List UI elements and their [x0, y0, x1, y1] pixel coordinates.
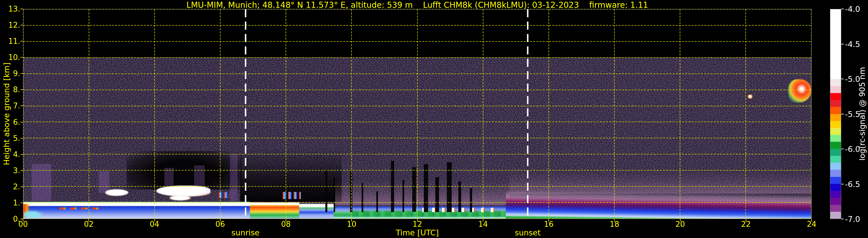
- x-tick-mark-6: [220, 219, 220, 221]
- x-tick-mark-12: [417, 219, 418, 221]
- colorbar-segment-17: [830, 128, 841, 135]
- y-tick-label-7: 7.: [13, 101, 20, 110]
- feature-fog-bank: [250, 202, 299, 219]
- colorbar-tick-label--4.0: -4.0: [845, 5, 860, 13]
- x-tick-mark-18: [614, 219, 615, 221]
- feature-virga-column-1: [32, 164, 51, 201]
- feature-evening-stratified-layers: [506, 190, 812, 219]
- y-tick-mark-8: [21, 89, 23, 90]
- gridline-x-24: [811, 9, 812, 219]
- x-tick-mark-16: [549, 219, 549, 221]
- colorbar-segment-28: [830, 205, 841, 212]
- colorbar-segment-23: [830, 170, 841, 177]
- colorbar-tick-mark--4.5: [841, 44, 844, 44]
- colorbar-segment-26: [830, 191, 841, 198]
- colorbar-segment-18: [830, 135, 841, 142]
- colorbar-tick-mark--6.5: [841, 184, 844, 184]
- feature-virga-column-2: [99, 171, 109, 193]
- ceilometer-quicklook-page: LMU-MIM, Munich; 48.148° N 11.573° E, al…: [0, 0, 868, 238]
- feature-dropout-column-8: [412, 167, 416, 212]
- colorbar-tick-mark--7.0: [841, 219, 844, 219]
- x-tick-mark-24: [811, 219, 812, 221]
- x-tick-mark-20: [680, 219, 681, 221]
- feature-dropout-column-10: [435, 177, 439, 212]
- gridline-x-22: [745, 9, 746, 219]
- y-tick-mark-5: [21, 138, 23, 139]
- gridline-x-8: [286, 9, 286, 219]
- colorbar-segment-25: [830, 184, 841, 191]
- colorbar-segment-1: [830, 16, 841, 23]
- colorbar-segment-19: [830, 142, 841, 149]
- colorbar-title: log(rc-signal) @ 905 nm: [858, 67, 867, 161]
- colorbar: [830, 9, 841, 219]
- colorbar-tick-mark--5.0: [841, 79, 844, 79]
- colorbar-segment-27: [830, 198, 841, 205]
- feature-dropout-column-13: [470, 188, 472, 212]
- feature-colorful-streaks-0800: [283, 192, 301, 199]
- y-tick-label-6: 6.: [13, 118, 20, 126]
- y-tick-mark-12: [21, 25, 23, 25]
- plot-area: [23, 9, 812, 219]
- colorbar-tick-label--4.5: -4.5: [845, 39, 860, 49]
- gridline-x-0: [23, 9, 24, 219]
- y-tick-mark-4: [21, 154, 23, 155]
- feature-cloud-0430-lower: [169, 196, 191, 201]
- x-tick-mark-0: [23, 219, 23, 221]
- x-tick-mark-14: [483, 219, 484, 221]
- colorbar-segment-29: [830, 212, 841, 219]
- feature-virga-column-3: [164, 168, 174, 186]
- feature-cirrus-speck: [747, 94, 753, 98]
- y-tick-label-3: 3.: [13, 166, 20, 175]
- y-tick-mark-11: [21, 41, 23, 41]
- feature-virga-column-4: [194, 166, 205, 187]
- colorbar-segment-4: [830, 37, 841, 44]
- colorbar-tick-label--6.5: -6.5: [845, 179, 860, 188]
- y-tick-label-1: 1.: [13, 199, 20, 207]
- colorbar-segment-22: [830, 163, 841, 170]
- x-tick-mark-10: [351, 219, 352, 221]
- feature-dropout-column-2: [334, 177, 335, 212]
- y-tick-mark-7: [21, 106, 23, 106]
- y-tick-label-11: 11.: [8, 37, 20, 46]
- x-tick-mark-2: [88, 219, 89, 221]
- sunrise-label: sunrise: [231, 228, 260, 237]
- sunrise-line: [245, 9, 246, 219]
- colorbar-segment-2: [830, 23, 841, 30]
- colorbar-segment-3: [830, 30, 841, 37]
- chart-title: LMU-MIM, Munich; 48.148° N 11.573° E, al…: [23, 0, 812, 10]
- colorbar-tick-mark--6.0: [841, 149, 844, 149]
- sunset-line: [527, 9, 528, 219]
- feature-surface-cyan-patch: [24, 210, 43, 218]
- feature-cloud-0430: [156, 185, 211, 196]
- colorbar-segment-10: [830, 79, 841, 86]
- colorbar-segment-5: [830, 44, 841, 51]
- x-tick-mark-8: [286, 219, 286, 221]
- colorbar-segment-14: [830, 107, 841, 114]
- colorbar-segment-20: [830, 149, 841, 156]
- gridline-x-6: [220, 9, 220, 219]
- colorbar-segment-11: [830, 86, 841, 93]
- feature-dropout-column-9: [424, 164, 428, 212]
- colorbar-segment-7: [830, 58, 841, 65]
- y-tick-mark-3: [21, 170, 23, 171]
- gridline-x-2: [89, 9, 89, 219]
- colorbar-segment-24: [830, 177, 841, 184]
- colorbar-segment-15: [830, 114, 841, 121]
- y-tick-label-13: 13.: [8, 5, 20, 13]
- gridline-x-20: [680, 9, 680, 219]
- x-tick-mark-4: [154, 219, 155, 221]
- feature-cloud-0240: [105, 189, 128, 196]
- feature-fog-tail: [299, 203, 334, 219]
- y-tick-mark-13: [21, 9, 23, 9]
- feature-dropout-column-7: [402, 180, 404, 212]
- colorbar-segment-13: [830, 100, 841, 107]
- colorbar-segment-6: [830, 51, 841, 58]
- y-tick-label-4: 4.: [13, 150, 20, 159]
- y-tick-label-8: 8.: [13, 85, 20, 94]
- y-tick-mark-10: [21, 57, 23, 58]
- colorbar-segment-16: [830, 121, 841, 128]
- gridline-x-18: [614, 9, 615, 219]
- feature-virga-column-5: [230, 154, 237, 201]
- y-tick-label-12: 12.: [8, 21, 20, 29]
- y-tick-mark-9: [21, 73, 23, 74]
